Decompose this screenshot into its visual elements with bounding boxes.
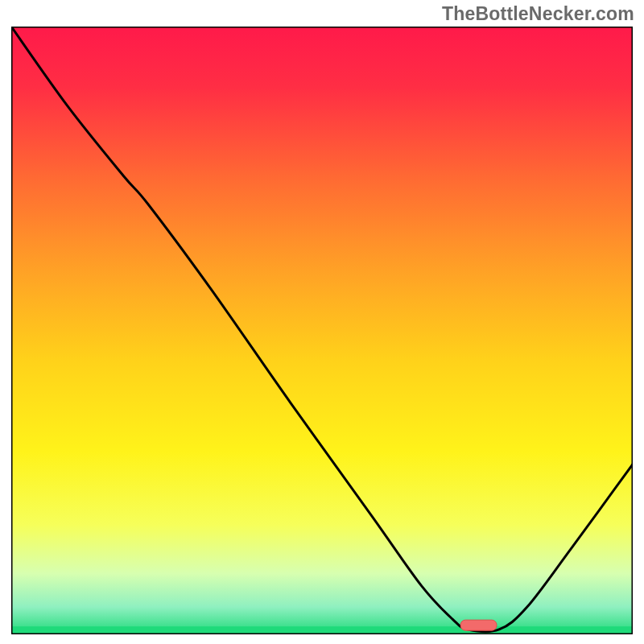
gradient-background (11, 27, 633, 634)
chart-svg (11, 27, 633, 634)
plot-area (11, 27, 633, 634)
watermark-text: TheBottleNecker.com (442, 3, 634, 25)
chart-container: TheBottleNecker.com (0, 0, 644, 644)
optimal-marker (460, 620, 497, 630)
